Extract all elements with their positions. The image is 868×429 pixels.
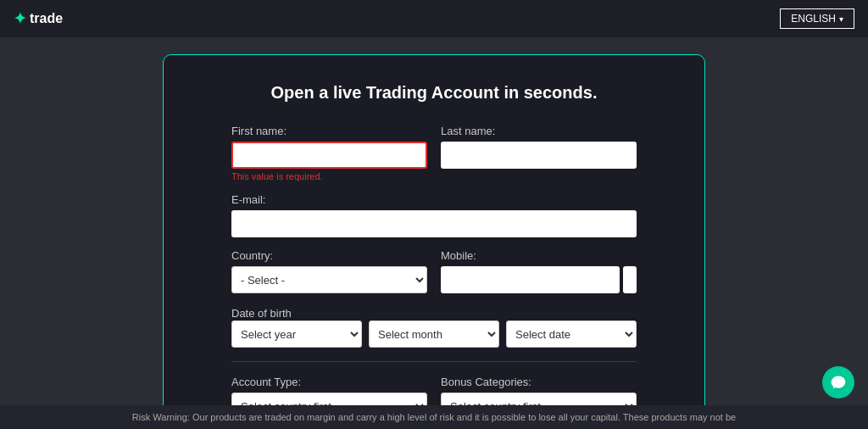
language-button[interactable]: ENGLISH ▾ [780,8,854,29]
country-label: Country: [231,249,427,262]
country-mobile-row: Country: - Select - Mobile: [231,249,637,293]
first-name-error: This value is required. [231,171,427,181]
email-input[interactable] [231,210,637,237]
country-group: Country: - Select - [231,249,427,293]
header: ✦ trade ENGLISH ▾ [0,0,868,37]
first-name-label: First name: [231,125,427,137]
main-content: Open a live Trading Account in seconds. … [0,37,868,429]
logo-icon: ✦ [14,9,26,28]
dob-year-select[interactable]: Select year [231,320,362,348]
last-name-group: Last name: [441,125,637,181]
email-group: E-mail: [231,193,637,237]
first-name-input[interactable] [231,142,427,169]
dob-label: Date of birth [231,307,292,320]
registration-form-card: Open a live Trading Account in seconds. … [163,54,705,429]
country-select[interactable]: - Select - [231,266,427,293]
dob-group: Date of birth Select year Select month S… [231,305,637,348]
chevron-down-icon: ▾ [839,14,843,24]
logo: ✦ trade [14,9,63,28]
account-type-label: Account Type: [231,376,427,388]
mobile-group: Mobile: [441,249,637,293]
chat-icon [830,374,847,391]
name-row: First name: This value is required. Last… [231,125,637,181]
email-row: E-mail: [231,193,637,237]
risk-warning-text: Risk Warning: Our products are traded on… [132,412,736,422]
logo-text: trade [30,11,63,26]
bonus-label: Bonus Categories: [441,376,637,388]
mobile-number-input[interactable] [623,266,637,293]
last-name-label: Last name: [441,125,637,137]
dob-month-select[interactable]: Select month [369,320,499,348]
chat-bubble-button[interactable] [822,366,854,398]
last-name-input[interactable] [441,142,637,169]
language-label: ENGLISH [791,13,836,25]
mobile-label: Mobile: [441,249,637,262]
email-label: E-mail: [231,193,637,206]
mobile-code-input[interactable] [441,266,620,293]
dob-date-select[interactable]: Select date [506,320,637,348]
mobile-inputs [441,266,637,293]
first-name-group: First name: This value is required. [231,125,427,181]
section-divider [231,361,637,362]
form-title: Open a live Trading Account in seconds. [231,81,637,104]
dob-row: Select year Select month Select date [231,320,637,348]
risk-warning-footer: Risk Warning: Our products are traded on… [0,405,868,429]
